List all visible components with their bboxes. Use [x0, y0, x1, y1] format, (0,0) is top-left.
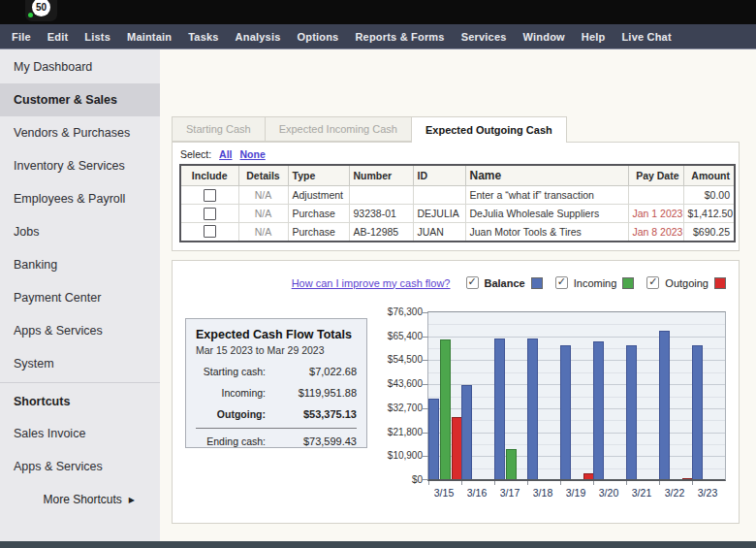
bar-balance-3/16	[461, 385, 472, 479]
x-tick-label: 3/17	[500, 487, 520, 499]
balance-checkbox[interactable]	[466, 276, 479, 289]
select-all-link[interactable]: All	[219, 148, 232, 160]
sage50-logo[interactable]: 50	[25, 0, 57, 21]
x-tick-label: 3/22	[665, 487, 684, 499]
shortcuts-header: Shortcuts	[0, 385, 160, 417]
transactions-table: Include Details Type Number ID Name Pay …	[179, 164, 736, 242]
bar-balance-3/20	[593, 341, 604, 479]
gridline-minor	[428, 420, 725, 421]
y-tick	[423, 360, 428, 361]
totals-date-range: Mar 15 2023 to Mar 29 2023	[196, 344, 357, 356]
sidebar-item-my-dashboard[interactable]: My Dashboard	[0, 50, 160, 83]
cell-amount: $1,412.50	[683, 205, 735, 223]
cash-flow-chart-panel: How can I improve my cash flow? Balance …	[172, 260, 740, 524]
sidebar-item-customer-sales[interactable]: Customer & Sales	[0, 83, 160, 116]
x-tick-label: 3/20	[599, 487, 618, 499]
cell-id	[413, 186, 465, 205]
tab-expected-outgoing-cash[interactable]: Expected Outgoing Cash	[411, 116, 567, 143]
x-tick	[527, 481, 528, 485]
menu-edit[interactable]: Edit	[47, 31, 69, 43]
x-tick	[626, 481, 627, 485]
cell-type: Purchase	[288, 223, 349, 242]
x-tick	[560, 481, 561, 485]
sidebar-item-system[interactable]: System	[0, 347, 160, 380]
sidebar-item-employees-payroll[interactable]: Employees & Payroll	[0, 182, 160, 215]
menu-options[interactable]: Options	[297, 31, 338, 43]
bar-balance-3/19	[560, 345, 571, 479]
menu-maintain[interactable]: Maintain	[127, 31, 172, 43]
x-tick	[494, 481, 495, 485]
menu-services[interactable]: Services	[461, 31, 507, 43]
select-none-link[interactable]: None	[240, 148, 266, 160]
select-row: Select: All None	[173, 143, 739, 164]
menu-reports-forms[interactable]: Reports & Forms	[355, 31, 444, 43]
chart-plot-area	[427, 311, 726, 481]
gridline-minor	[428, 444, 725, 445]
sidebar-item-payment-center[interactable]: Payment Center	[0, 281, 160, 314]
legend-incoming-label: Incoming	[574, 277, 617, 289]
gridline-minor	[428, 468, 725, 469]
menu-window[interactable]: Window	[523, 31, 565, 43]
sidebar-item-vendors-purchases[interactable]: Vendors & Purchases	[0, 116, 160, 149]
logo-text: 50	[32, 0, 50, 16]
cell-amount: $0.00	[683, 186, 735, 205]
more-shortcuts-button[interactable]: More Shortcuts ▶	[0, 483, 160, 516]
cash-tabs: Starting Cash Expected Incoming Cash Exp…	[172, 116, 567, 143]
outgoing-color-swatch	[714, 277, 726, 289]
more-shortcuts-label: More Shortcuts	[43, 493, 121, 506]
gridline-minor	[428, 348, 725, 349]
include-checkbox[interactable]	[204, 189, 216, 202]
improve-cash-flow-link[interactable]: How can I improve my cash flow?	[292, 277, 451, 289]
totals-incoming: Incoming: $119,951.88	[196, 387, 357, 399]
cell-amount: $690.25	[683, 223, 735, 242]
legend-balance-label: Balance	[485, 277, 525, 289]
sage50-window: 50 File Edit Lists Maintain Tasks Analys…	[0, 0, 756, 548]
bar-balance-3/21	[626, 345, 637, 479]
totals-outgoing: Outgoing: $53,375.13	[196, 408, 357, 420]
tab-expected-incoming-cash[interactable]: Expected Incoming Cash	[265, 116, 411, 142]
table-row: N/A Purchase AB-12985 JUAN Juan Motor To…	[180, 223, 735, 242]
y-tick	[423, 337, 428, 338]
sidebar-item-banking[interactable]: Banking	[0, 248, 160, 281]
y-axis-labels: $0$10,900$21,800$32,700$43,600$54,500$65…	[360, 311, 423, 481]
include-checkbox[interactable]	[204, 225, 216, 238]
cell-type: Purchase	[288, 205, 349, 223]
sidebar-item-inventory-services[interactable]: Inventory & Services	[0, 149, 160, 182]
cell-name: DeJulia Wholesale Suppliers	[465, 205, 628, 223]
bottom-bar	[0, 541, 756, 548]
cell-name: Juan Motor Tools & Tires	[465, 223, 628, 242]
menu-tasks[interactable]: Tasks	[188, 31, 218, 43]
menu-help[interactable]: Help	[582, 31, 606, 43]
cell-name: Enter a “what if” transaction	[465, 186, 628, 205]
shortcut-sales-invoice[interactable]: Sales Invoice	[0, 417, 160, 450]
menu-analysis[interactable]: Analysis	[236, 31, 281, 43]
x-tick-label: 3/21	[632, 487, 651, 499]
x-tick-label: 3/15	[434, 487, 454, 499]
incoming-color-swatch	[622, 277, 634, 289]
chart-header-row: How can I improve my cash flow? Balance …	[173, 276, 726, 289]
sidebar-item-apps-services[interactable]: Apps & Services	[0, 314, 160, 347]
col-number: Number	[349, 165, 413, 186]
x-tick	[593, 481, 594, 485]
y-tick-label: $43,600	[388, 378, 423, 389]
gridline-major	[428, 433, 725, 434]
menu-live-chat[interactable]: Live Chat	[621, 31, 671, 43]
totals-starting-cash: Starting cash: $7,022.68	[196, 366, 357, 377]
outgoing-checkbox[interactable]	[646, 276, 659, 289]
col-include: Include	[180, 165, 238, 186]
balance-color-swatch	[531, 277, 543, 289]
gridline-major	[428, 408, 725, 409]
menu-lists[interactable]: Lists	[84, 31, 110, 43]
cell-number: 93238-01	[349, 205, 413, 223]
incoming-checkbox[interactable]	[555, 276, 568, 289]
totals-title: Expected Cash Flow Totals	[196, 328, 357, 341]
expected-cash-flow-totals: Expected Cash Flow Totals Mar 15 2023 to…	[185, 318, 367, 448]
cell-type: Adjustment	[288, 186, 349, 205]
include-checkbox[interactable]	[204, 208, 216, 220]
bar-balance-3/17	[494, 338, 505, 479]
col-details: Details	[238, 165, 288, 186]
shortcut-apps-services[interactable]: Apps & Services	[0, 450, 160, 483]
tab-starting-cash[interactable]: Starting Cash	[172, 116, 265, 142]
menu-file[interactable]: File	[12, 31, 31, 43]
sidebar-item-jobs[interactable]: Jobs	[0, 215, 160, 248]
